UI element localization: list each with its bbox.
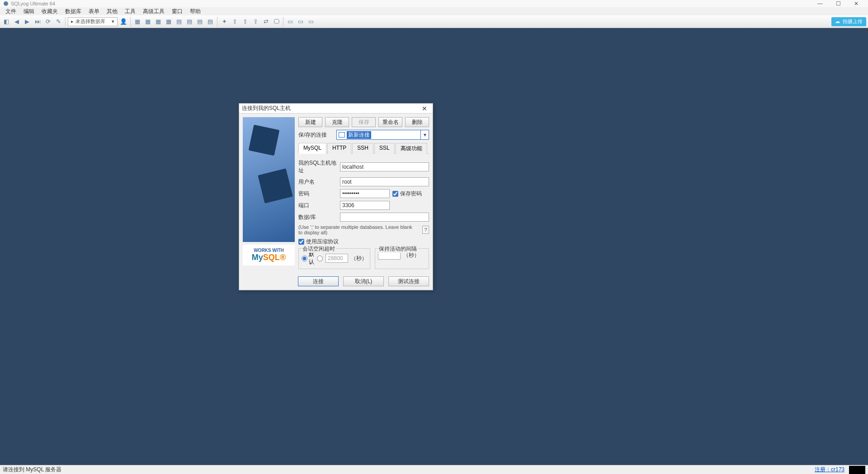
user-input[interactable] xyxy=(340,177,429,186)
menu-database[interactable]: 数据库 xyxy=(61,7,85,16)
db-input[interactable] xyxy=(340,213,429,222)
help-button[interactable]: ? xyxy=(422,226,429,234)
pass-label: 密码 xyxy=(298,190,337,198)
tab-http[interactable]: HTTP xyxy=(327,143,351,154)
monitor-icon[interactable]: 🖵 xyxy=(272,17,281,26)
idle-timeout-group: 会话空闲超时 默认 （秒） xyxy=(298,248,370,269)
app-title: SQLyog Ultimate 64 xyxy=(11,1,55,6)
connection-dialog: 连接到我的SQL主机 ✕ WORKS WITH MySQL® 新建 克隆 保存 … xyxy=(239,103,433,290)
test-connection-button[interactable]: 测试连接 xyxy=(388,276,429,286)
status-indicator xyxy=(849,466,865,474)
clone-button[interactable]: 克隆 xyxy=(325,117,349,127)
idle-legend: 会话空闲超时 xyxy=(302,245,336,253)
grid-1-icon[interactable]: ▤ xyxy=(175,17,184,26)
rename-button[interactable]: 重命名 xyxy=(378,117,402,127)
connect-button[interactable]: 连接 xyxy=(298,276,339,286)
database-select-label: 未选择数据库 xyxy=(75,18,105,25)
statusbar: 请连接到 MySQL 服务器 注册：cr173 xyxy=(0,465,868,474)
export-1-icon[interactable]: ⇪ xyxy=(230,17,239,26)
database-select[interactable]: ▸ 未选择数据库 ▾ xyxy=(68,17,118,26)
saved-conn-value: 新新连接 xyxy=(347,131,371,139)
host-input[interactable] xyxy=(340,162,429,171)
back-icon[interactable]: ◀ xyxy=(12,17,21,26)
saved-conn-combo[interactable]: 新新连接 ▾ xyxy=(336,130,429,140)
tool-4-icon[interactable]: ▦ xyxy=(164,17,173,26)
sync-icon[interactable]: ⇄ xyxy=(261,17,270,26)
minimize-button[interactable]: — xyxy=(811,0,829,7)
idle-custom-input[interactable] xyxy=(326,254,348,263)
user-icon[interactable]: 👤 xyxy=(119,17,128,26)
menu-other[interactable]: 其他 xyxy=(103,7,121,16)
tab-mysql[interactable]: MySQL xyxy=(298,143,326,154)
combo-chip-icon xyxy=(339,132,345,137)
menu-tools[interactable]: 工具 xyxy=(121,7,139,16)
register-link[interactable]: 注册：cr173 xyxy=(812,466,847,474)
delete-button[interactable]: 删除 xyxy=(405,117,429,127)
keepalive-group: 保持活动的间隔 （秒） xyxy=(375,248,429,269)
dialog-title: 连接到我的SQL主机 xyxy=(242,104,291,112)
new-button[interactable]: 新建 xyxy=(298,117,322,127)
grid-3-icon[interactable]: ▤ xyxy=(195,17,204,26)
view-1-icon[interactable]: ▭ xyxy=(286,17,295,26)
badge-top: WORKS WITH xyxy=(254,248,284,253)
export-2-icon[interactable]: ⇪ xyxy=(241,17,250,26)
idle-unit: （秒） xyxy=(351,255,367,262)
svg-point-0 xyxy=(4,1,8,6)
db-label: 数据/库 xyxy=(298,213,337,221)
idle-default-radio[interactable]: 默认 xyxy=(302,251,314,266)
tool-1-icon[interactable]: ▦ xyxy=(133,17,142,26)
tool-2-icon[interactable]: ▦ xyxy=(143,17,152,26)
save-button[interactable]: 保存 xyxy=(352,117,376,127)
mysql-badge: WORKS WITH MySQL® xyxy=(243,245,295,265)
status-message: 请连接到 MySQL 服务器 xyxy=(3,466,61,474)
menu-help[interactable]: 帮助 xyxy=(186,7,204,16)
connection-tabs: MySQL HTTP SSH SSL 高级功能 xyxy=(298,142,429,154)
save-pass-checkbox[interactable]: 保存密码 xyxy=(392,190,422,198)
titlebar: SQLyog Ultimate 64 — ☐ ✕ xyxy=(0,0,868,7)
cancel-button[interactable]: 取消(L) xyxy=(343,276,384,286)
window-close-button[interactable]: ✕ xyxy=(847,0,865,7)
view-3-icon[interactable]: ▭ xyxy=(307,17,316,26)
menu-window[interactable]: 窗口 xyxy=(168,7,186,16)
toolbar: ◧ ◀ ▶ ⏭ ⟳ ✎ ▸ 未选择数据库 ▾ 👤 ▦ ▦ ▦ ▦ ▤ ▤ ▤ ▤… xyxy=(0,15,868,28)
workspace xyxy=(0,28,868,465)
menu-advanced[interactable]: 高级工具 xyxy=(139,7,168,16)
view-2-icon[interactable]: ▭ xyxy=(296,17,305,26)
tab-advanced[interactable]: 高级功能 xyxy=(396,143,427,154)
pass-input[interactable] xyxy=(340,189,390,198)
keepalive-legend: 保持活动的间隔 xyxy=(378,245,418,253)
new-connection-icon[interactable]: ◧ xyxy=(2,17,11,26)
stop-icon[interactable]: ✎ xyxy=(54,17,63,26)
port-input[interactable] xyxy=(340,201,390,210)
execute-icon[interactable]: ▶ xyxy=(23,17,32,26)
wand-icon[interactable]: ✦ xyxy=(220,17,229,26)
cloud-upload-badge[interactable]: ☁ 拍摄上传 xyxy=(831,17,866,26)
host-label: 我的SQL主机地址 xyxy=(298,159,337,175)
compress-checkbox[interactable]: 使用压缩协议 xyxy=(298,238,429,246)
dialog-close-button[interactable]: ✕ xyxy=(419,105,430,112)
menu-edit[interactable]: 编辑 xyxy=(20,7,38,16)
tab-ssh[interactable]: SSH xyxy=(352,143,373,154)
refresh-icon[interactable]: ⟳ xyxy=(43,17,52,26)
tool-3-icon[interactable]: ▦ xyxy=(154,17,163,26)
user-label: 用户名 xyxy=(298,178,337,186)
tab-pane-mysql: 我的SQL主机地址 用户名 密码 保存密码 端口 xyxy=(298,156,429,269)
execute-all-icon[interactable]: ⏭ xyxy=(33,17,42,26)
compress-label: 使用压缩协议 xyxy=(306,238,339,246)
menu-table[interactable]: 表单 xyxy=(85,7,103,16)
db-hint: (Use ';' to separate multiple databases.… xyxy=(298,224,417,235)
grid-4-icon[interactable]: ▤ xyxy=(206,17,215,26)
app-icon xyxy=(3,0,9,7)
grid-2-icon[interactable]: ▤ xyxy=(185,17,194,26)
port-label: 端口 xyxy=(298,202,337,209)
tab-ssl[interactable]: SSL xyxy=(374,143,395,154)
idle-custom-radio[interactable] xyxy=(317,256,323,261)
puzzle-image xyxy=(243,117,295,242)
chevron-down-icon: ▾ xyxy=(420,130,429,139)
menu-file[interactable]: 文件 xyxy=(2,7,20,16)
menubar: 文件 编辑 收藏夹 数据库 表单 其他 工具 高级工具 窗口 帮助 xyxy=(0,7,868,15)
menu-favorites[interactable]: 收藏夹 xyxy=(38,7,61,16)
maximize-button[interactable]: ☐ xyxy=(829,0,847,7)
cloud-icon: ☁ xyxy=(835,19,840,24)
export-3-icon[interactable]: ⇪ xyxy=(251,17,260,26)
